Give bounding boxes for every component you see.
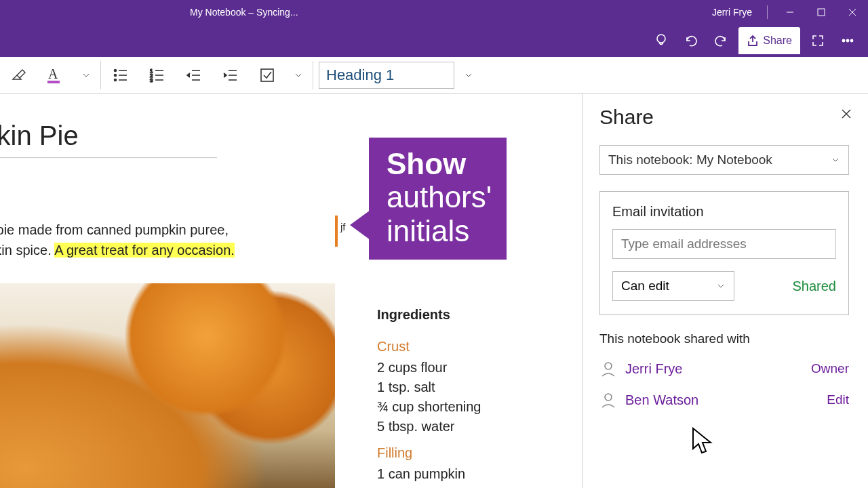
style-dropdown[interactable] <box>454 70 483 80</box>
highlighted-text: A great treat for any occasion. <box>54 243 235 258</box>
list-item: 1 tsp. salt <box>377 378 578 397</box>
window-title: My Notebook – Syncing... <box>190 7 298 18</box>
highlighter-icon[interactable] <box>0 57 37 94</box>
font-color-icon[interactable]: A <box>37 57 73 94</box>
svg-point-6 <box>846 39 848 41</box>
tags-dropdown[interactable] <box>285 57 311 94</box>
note-canvas[interactable]: s Pumpkin Pie tional pumpkin pie made fr… <box>0 94 583 488</box>
author-change-bar <box>335 216 338 247</box>
email-invitation-box: Email invitation Can edit Shared <box>599 191 849 315</box>
tutorial-callout: Show authors' initials <box>369 138 507 260</box>
list-item: 2 cups flour <box>377 358 578 378</box>
permission-select[interactable]: Can edit <box>612 271 734 301</box>
share-status: Shared <box>793 279 837 294</box>
close-share-button[interactable] <box>841 108 852 122</box>
outdent-icon[interactable] <box>176 57 212 94</box>
shared-person-row[interactable]: Jerri Frye Owner <box>599 360 849 378</box>
person-name: Ben Watson <box>625 392 698 408</box>
indent-icon[interactable] <box>212 57 249 94</box>
share-pane-title: Share <box>599 106 849 129</box>
svg-point-5 <box>842 39 844 41</box>
person-name: Jerri Frye <box>625 361 682 377</box>
tell-me-icon[interactable] <box>646 26 676 56</box>
recipe-image[interactable] <box>0 283 335 488</box>
svg-point-4 <box>657 35 665 43</box>
author-initials[interactable]: jf <box>340 221 346 232</box>
list-item: 1 can sweetened condensed milk <box>377 484 578 488</box>
page-title[interactable]: s Pumpkin Pie <box>0 121 79 151</box>
svg-point-31 <box>605 363 612 369</box>
person-icon <box>599 360 617 378</box>
person-role[interactable]: Edit <box>827 392 849 407</box>
list-item: 1 can pumpkin <box>377 464 578 484</box>
font-color-dropdown[interactable] <box>73 57 99 94</box>
svg-point-7 <box>850 39 852 41</box>
svg-point-10 <box>115 69 117 71</box>
filling-subheading: Filling <box>377 443 578 463</box>
share-pane: Share This notebook: My Notebook Email i… <box>583 94 868 488</box>
share-label: Share <box>763 35 792 47</box>
svg-point-12 <box>115 74 117 76</box>
undo-icon[interactable] <box>676 26 706 56</box>
svg-rect-1 <box>818 9 825 16</box>
share-icon <box>747 35 759 47</box>
bullets-icon[interactable] <box>102 57 139 94</box>
redo-icon[interactable] <box>706 26 736 56</box>
shared-with-label: This notebook shared with <box>599 331 849 346</box>
title-bar: My Notebook – Syncing... Jerri Frye <box>0 0 868 24</box>
share-button[interactable]: Share <box>738 27 800 54</box>
crust-subheading: Crust <box>377 337 578 357</box>
formatting-toolbar: A 123 Heading 1 <box>0 57 868 94</box>
svg-point-32 <box>605 394 612 401</box>
close-button[interactable] <box>837 0 868 24</box>
app-header: Share <box>0 24 868 57</box>
minimize-button[interactable] <box>774 0 806 24</box>
svg-rect-28 <box>261 69 273 81</box>
numbering-icon[interactable]: 123 <box>139 57 176 94</box>
todo-tag-icon[interactable] <box>249 57 285 94</box>
body-paragraph[interactable]: tional pumpkin pie made from canned pump… <box>0 220 298 260</box>
chevron-down-icon <box>716 281 726 291</box>
ingredients-block[interactable]: Ingredients Crust 2 cups flour 1 tsp. sa… <box>377 305 578 488</box>
more-icon[interactable] <box>833 26 863 56</box>
shared-person-row[interactable]: Ben Watson Edit <box>599 391 849 409</box>
ingredients-heading: Ingredients <box>377 305 578 325</box>
window-controls <box>760 0 868 24</box>
maximize-button[interactable] <box>806 0 837 24</box>
list-item: 5 tbsp. water <box>377 417 578 436</box>
email-invitation-label: Email invitation <box>612 204 836 220</box>
person-icon <box>599 391 617 409</box>
svg-text:3: 3 <box>150 77 153 83</box>
chevron-down-icon <box>831 155 840 165</box>
person-role: Owner <box>811 361 849 376</box>
list-item: ¾ cup shortening <box>377 397 578 417</box>
email-input[interactable] <box>612 229 836 259</box>
fullscreen-icon[interactable] <box>803 26 833 56</box>
svg-rect-9 <box>47 81 60 83</box>
account-name[interactable]: Jerri Frye <box>712 7 760 18</box>
share-scope-select[interactable]: This notebook: My Notebook <box>599 145 849 175</box>
svg-text:A: A <box>48 66 58 81</box>
style-selector[interactable]: Heading 1 <box>319 62 454 89</box>
svg-point-14 <box>115 79 117 81</box>
